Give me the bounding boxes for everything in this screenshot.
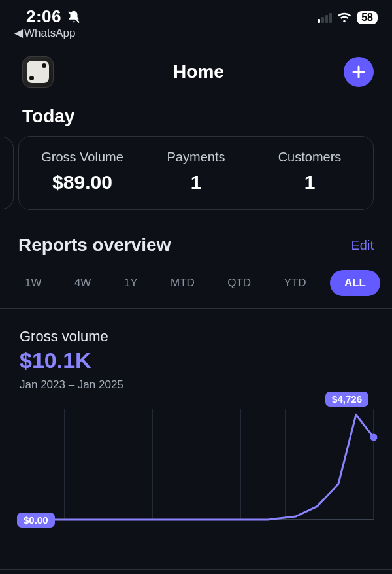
stat-value: 1 <box>139 171 253 194</box>
chevron-left-icon: ◀ <box>14 26 23 40</box>
range-tab-4w[interactable]: 4W <box>65 271 101 295</box>
bell-silent-icon <box>67 10 81 24</box>
edit-link[interactable]: Edit <box>351 238 374 253</box>
back-app-label: WhatsApp <box>24 27 75 40</box>
reports-title: Reports overview <box>18 235 171 256</box>
chart-line <box>20 409 374 520</box>
chart-end-dot <box>370 434 378 441</box>
status-time: 2:06 <box>26 7 61 27</box>
app-header: Home <box>0 44 392 88</box>
gross-volume-chart[interactable]: $0.00 $4,726 <box>20 409 374 520</box>
gross-volume-title: Gross volume <box>20 328 374 345</box>
chart-peak-label: $4,726 <box>325 392 368 407</box>
range-tab-1w[interactable]: 1W <box>16 271 51 295</box>
stat-customers: Customers 1 <box>253 150 367 194</box>
stat-gross-volume: Gross Volume $89.00 <box>25 150 139 194</box>
range-tab-1y[interactable]: 1Y <box>115 271 147 295</box>
range-tab-mtd[interactable]: MTD <box>161 271 204 295</box>
cellular-signal-icon <box>318 12 332 23</box>
range-tab-qtd[interactable]: QTD <box>218 271 260 295</box>
gross-volume-section: Gross volume $10.1K Jan 2023 – Jan 2025 <box>0 309 392 392</box>
stat-label: Payments <box>139 150 253 165</box>
account-switcher[interactable] <box>22 56 54 88</box>
stat-payments: Payments 1 <box>139 150 253 194</box>
stat-value: $89.00 <box>25 171 139 194</box>
today-card[interactable]: Gross Volume $89.00 Payments 1 Customers… <box>18 136 374 210</box>
wifi-icon <box>337 10 351 25</box>
bottom-divider <box>0 569 392 570</box>
page-title: Home <box>173 61 224 82</box>
add-button[interactable] <box>344 57 374 87</box>
status-left: 2:06 ◀ WhatsApp <box>26 7 81 40</box>
battery-level: 58 <box>357 11 378 24</box>
today-title: Today <box>0 88 392 136</box>
reports-header: Reports overview Edit <box>0 210 392 256</box>
gross-volume-range: Jan 2023 – Jan 2025 <box>20 379 374 392</box>
stat-label: Gross Volume <box>25 150 139 165</box>
range-tab-all[interactable]: ALL <box>330 270 380 296</box>
chart-start-label: $0.00 <box>17 513 55 528</box>
back-to-app[interactable]: ◀ WhatsApp <box>14 26 75 40</box>
range-tab-ytd[interactable]: YTD <box>275 271 316 295</box>
gross-volume-value: $10.1K <box>20 348 374 373</box>
app-icon <box>27 61 49 83</box>
status-right: 58 <box>318 10 378 25</box>
stat-label: Customers <box>253 150 367 165</box>
previous-card-peek[interactable] <box>1 137 14 209</box>
plus-icon <box>351 64 367 80</box>
status-bar: 2:06 ◀ WhatsApp 58 <box>0 0 392 44</box>
screen: 2:06 ◀ WhatsApp 58 <box>0 0 392 574</box>
stat-value: 1 <box>253 171 367 194</box>
range-tabs: 1W 4W 1Y MTD QTD YTD ALL <box>0 256 392 309</box>
